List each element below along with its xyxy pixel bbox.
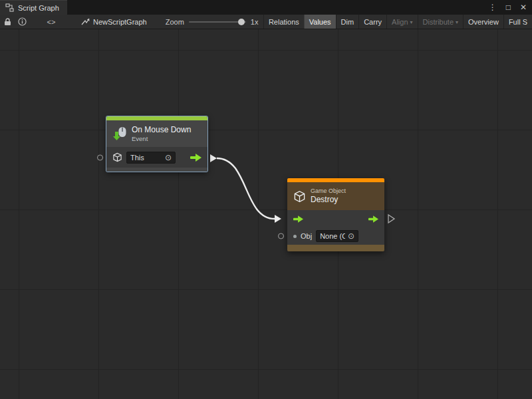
graph-breadcrumb[interactable]: NewScriptGraph — [81, 18, 147, 26]
object-picker-icon[interactable]: ⊙ — [348, 232, 354, 240]
zoom-label: Zoom — [166, 18, 184, 26]
wire-start-arrow-icon — [210, 154, 217, 162]
graph-pointer-icon — [81, 18, 90, 26]
zoom-slider-handle[interactable] — [238, 19, 245, 25]
toolbar-buttons: Relations Values Dim Carry Align▾ Distri… — [263, 15, 532, 29]
control-output-port-arrow-icon[interactable] — [190, 154, 201, 162]
overview-button[interactable]: Overview — [463, 15, 503, 29]
node-footer — [106, 168, 207, 172]
on-mouse-down-icon — [112, 126, 127, 141]
align-button[interactable]: Align▾ — [386, 15, 417, 29]
tab-bar: Script Graph ⋮ □ ✕ — [0, 0, 532, 15]
object-picker-icon[interactable]: ⊙ — [165, 154, 172, 162]
script-graph-icon — [5, 3, 14, 12]
target-value-field[interactable]: This ⊙ — [126, 152, 176, 164]
control-output-indicator-icon — [388, 215, 394, 223]
control-flow-row — [287, 210, 384, 227]
node-header[interactable]: Game Object Destroy — [287, 182, 384, 210]
game-object-cube-icon — [112, 152, 122, 162]
info-icon[interactable] — [15, 15, 29, 29]
target-value: This — [130, 154, 144, 162]
node-title: Destroy — [311, 195, 346, 204]
node-body: Obj None (O ⊙ — [287, 210, 384, 245]
chevron-down-icon: ▾ — [456, 19, 458, 25]
value-input-port[interactable] — [97, 154, 103, 160]
obj-param-row: Obj None (O ⊙ — [287, 227, 384, 245]
node-header[interactable]: On Mouse Down Event — [106, 120, 207, 147]
node-titles: On Mouse Down Event — [132, 125, 191, 142]
obj-value: None (O — [320, 232, 345, 240]
distribute-button[interactable]: Distribute▾ — [418, 15, 463, 29]
dim-button[interactable]: Dim — [336, 15, 359, 29]
chevron-down-icon: ▾ — [410, 19, 413, 25]
script-graph-window: Script Graph ⋮ □ ✕ <> — [0, 0, 532, 399]
node-footer — [287, 245, 384, 251]
kebab-menu-icon[interactable]: ⋮ — [489, 3, 497, 12]
maximize-icon[interactable]: □ — [506, 3, 511, 12]
node-body: This ⊙ — [106, 147, 207, 168]
window-controls: ⋮ □ ✕ — [489, 0, 532, 15]
control-input-port-arrow-icon[interactable] — [293, 215, 303, 223]
connection-wire — [217, 158, 275, 219]
tab-script-graph[interactable]: Script Graph — [0, 0, 67, 15]
code-icon[interactable]: <> — [44, 15, 59, 29]
values-button[interactable]: Values — [304, 15, 336, 29]
node-title: On Mouse Down — [132, 125, 191, 134]
param-label: Obj — [301, 232, 312, 240]
zoom-control: Zoom 1x — [166, 18, 259, 26]
lock-icon[interactable] — [0, 15, 15, 29]
wire-end-arrow-icon — [275, 215, 281, 223]
tab-title: Script Graph — [18, 4, 59, 12]
graph-name: NewScriptGraph — [93, 18, 147, 26]
node-destroy[interactable]: Game Object Destroy — [287, 178, 384, 251]
zoom-slider[interactable] — [189, 21, 246, 23]
node-supertitle: Game Object — [311, 188, 346, 195]
relations-button[interactable]: Relations — [263, 15, 304, 29]
obj-value-field[interactable]: None (O ⊙ — [316, 230, 358, 242]
tab-bar-spacer — [67, 0, 489, 15]
control-output-port-arrow-icon[interactable] — [368, 215, 378, 223]
node-on-mouse-down[interactable]: On Mouse Down Event This ⊙ — [106, 116, 207, 172]
graph-canvas[interactable]: On Mouse Down Event This ⊙ — [0, 29, 532, 399]
value-port-dot-icon — [293, 235, 297, 238]
connection-layer — [0, 29, 532, 399]
fullscreen-button[interactable]: Full S — [503, 15, 532, 29]
target-port-row: This ⊙ — [106, 147, 207, 168]
node-titles: Game Object Destroy — [311, 188, 346, 204]
graph-toolbar: <> NewScriptGraph Zoom 1x Relations Valu… — [0, 15, 532, 29]
node-subtitle: Event — [132, 135, 191, 142]
carry-button[interactable]: Carry — [358, 15, 386, 29]
value-input-port[interactable] — [278, 233, 284, 239]
game-object-cube-icon — [293, 190, 306, 203]
close-icon[interactable]: ✕ — [520, 3, 527, 12]
zoom-value: 1x — [251, 18, 259, 26]
